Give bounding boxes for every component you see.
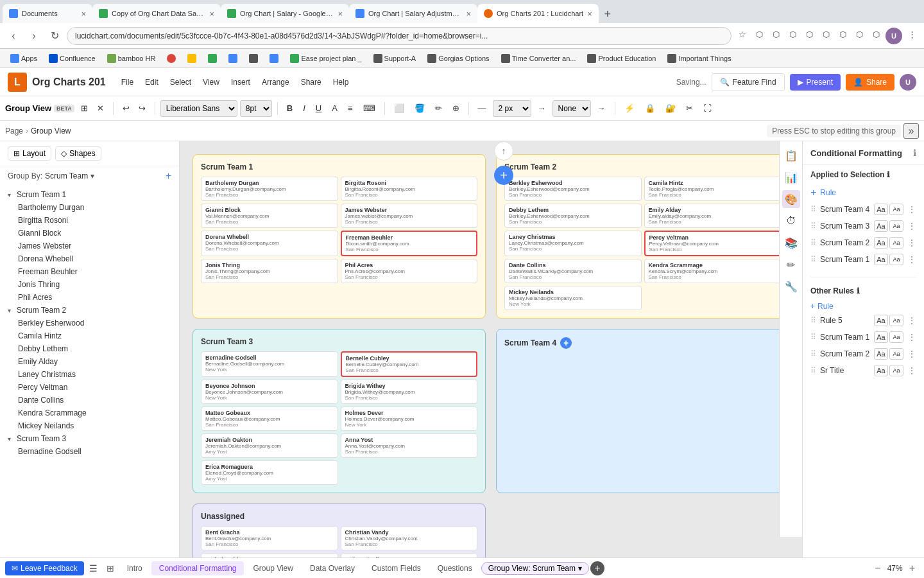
bottom-tab-intro[interactable]: Intro (119, 561, 150, 575)
rule-drag-handle[interactable]: ⠿ (810, 366, 816, 375)
menu-edit[interactable]: Edit (140, 75, 164, 89)
rule-drag-handle[interactable]: ⠿ (810, 238, 816, 247)
rule-aa-box-large[interactable]: Aa (874, 331, 888, 343)
bookmark-bamboohr[interactable]: bamboo HR (102, 53, 161, 64)
bookmark-time[interactable]: Time Converter an... (496, 53, 581, 64)
person-card-debby[interactable]: Debby Lethem Berkley.Esherwood@company.c… (504, 204, 642, 228)
rule-drag-handle[interactable]: ⠿ (810, 255, 816, 264)
person-card-jonis[interactable]: Jonis Thring Jonis.Thring@company.com Sa… (201, 259, 338, 283)
tab-orgchart-data[interactable]: Copy of Org Chart Data Samp... × (92, 4, 221, 23)
menu-file[interactable]: File (116, 75, 139, 89)
sidebar-member-dante[interactable]: Dante Collins (0, 394, 179, 407)
menu-help[interactable]: Help (328, 75, 354, 89)
person-card-percy[interactable]: Percy Veltman Percy.Veltman@company.com … (644, 231, 782, 256)
add-applied-rule-btn[interactable]: + (810, 187, 816, 198)
bottom-tab-dataoverlay[interactable]: Data Overlay (302, 561, 363, 575)
person-card-phil[interactable]: Phil Acres Phil.Acres@company.com San Fr… (341, 259, 478, 283)
person-card-bernelle[interactable]: Bernelle Cubley Bernelle.Cubley@company.… (341, 351, 478, 377)
add-rule-label[interactable]: Rule (820, 188, 836, 197)
rule-aa-box-large[interactable]: Aa (874, 237, 888, 249)
fullscreen-button[interactable]: ⛶ (699, 100, 715, 117)
rule-aa-box-large[interactable]: Aa (874, 315, 888, 326)
sidebar-member-phil[interactable]: Phil Acres (0, 291, 179, 304)
person-card-brigida[interactable]: Brigida Withey Brigida.Withey@company.co… (341, 380, 478, 404)
rule-aa-box-small[interactable]: Aa (889, 315, 903, 326)
scroll-up-button[interactable]: ↑ (494, 141, 513, 161)
rule-drag-handle[interactable]: ⠿ (810, 333, 816, 342)
person-card-kendra[interactable]: Kendra Scrammage Kendra.Scrym@company.co… (644, 259, 782, 283)
bookmark-b8[interactable] (264, 53, 284, 64)
rule-more-icon[interactable]: ⋮ (907, 349, 916, 359)
tab-orgcharts201[interactable]: Org Charts 201 : Lucidchart × (477, 4, 599, 23)
other-rules-info-icon[interactable]: ℹ (857, 286, 860, 295)
breadcrumb-group-view[interactable]: Group View (31, 127, 71, 136)
person-card-dorena[interactable]: Dorena Whebell Dorena.Whebell@company.co… (201, 231, 338, 256)
person-card-emily[interactable]: Emily Alday Emily.alday@company.com San … (644, 204, 782, 228)
rule-aa-box-large[interactable]: Aa (874, 204, 888, 215)
bookmark-gmail[interactable] (162, 53, 181, 64)
crop-button[interactable]: ✂ (682, 100, 697, 117)
sidebar-member-bernadine[interactable]: Bernadine Godsell (0, 445, 179, 458)
zoom-in-button[interactable]: + (905, 561, 919, 575)
address-bar[interactable] (67, 27, 732, 45)
line-style-button[interactable]: — (474, 100, 490, 117)
text-align-button[interactable]: ⌨ (359, 100, 379, 117)
rule-drag-handle[interactable]: ⠿ (810, 316, 816, 325)
arrow-style-button[interactable]: → (534, 100, 550, 117)
bold-button[interactable]: B (283, 100, 296, 117)
bookmark-product[interactable]: Product Education (582, 53, 661, 64)
right-panel-info-icon[interactable]: ℹ (913, 148, 916, 158)
person-card-camila[interactable]: Camila Hintz Tedlo.Progla@company.com Sa… (644, 177, 782, 201)
sidebar-item-team3[interactable]: ▾ Scrum Team 3 (0, 432, 179, 445)
extension-icon1[interactable]: ⬡ (752, 28, 766, 42)
sidebar-member-bartholemy[interactable]: Bartholemy Durgan (0, 201, 179, 214)
view-grid-button[interactable]: ⊞ (77, 100, 92, 117)
sidebar-member-berkley[interactable]: Berkley Esherwood (0, 317, 179, 329)
bookmark-b5[interactable] (203, 53, 222, 64)
bookmark-confluence[interactable]: Confluence (44, 53, 101, 64)
bookmark-star-icon[interactable]: ☆ (735, 28, 749, 42)
undo-button[interactable]: ↩ (119, 100, 133, 117)
person-card-beyonce[interactable]: Beyonce Johnson Beyonce.Johnson@company.… (201, 380, 338, 404)
collapse-panel-button[interactable]: » (903, 123, 919, 139)
rule-aa-box-small[interactable]: Aa (889, 220, 903, 232)
align-button[interactable]: ≡ (344, 100, 357, 117)
panel-icon-6[interactable]: 🔧 (782, 277, 800, 295)
panel-icon-conditional[interactable]: 🎨 (782, 190, 800, 208)
rule-drag-handle[interactable]: ⠿ (810, 222, 816, 231)
profile-avatar[interactable]: U (886, 28, 902, 44)
tab-close[interactable]: × (338, 9, 343, 19)
sidebar-member-kendra[interactable]: Kendra Scrammage (0, 407, 179, 419)
rule-aa-box-small[interactable]: Aa (889, 365, 903, 376)
more-options-button[interactable]: ⊕ (449, 100, 463, 117)
extension-icon6[interactable]: ⬡ (835, 28, 850, 42)
rule-aa-box-small[interactable]: Aa (889, 237, 903, 249)
rule-aa-box-large[interactable]: Aa (874, 348, 888, 360)
bottom-tab-questions[interactable]: Questions (430, 561, 480, 575)
person-card-irwin[interactable]: Irwin Spinello Irwin.Spinello@company.co… (341, 553, 478, 557)
person-card-birgitta[interactable]: Birgitta Rosoni Birgitta.Rosoni@company.… (341, 177, 478, 201)
extension-icon7[interactable]: ⬡ (852, 28, 866, 42)
person-card-christian[interactable]: Christian Vandy Christian.Vandy@company.… (341, 526, 478, 550)
font-select[interactable]: Liberation Sans (160, 100, 237, 117)
menu-dots-icon[interactable]: ⋮ (905, 28, 919, 42)
leave-feedback-button[interactable]: ✉ Leave Feedback (5, 561, 84, 575)
rule-aa-box-small[interactable]: Aa (889, 204, 903, 215)
person-card-berkley[interactable]: Berkley Esherwood Berkley.Esherwood@comp… (504, 177, 642, 201)
canvas-area[interactable]: ↑ + Scrum Team 1 Bartholemy Durgan Barth… (180, 141, 802, 557)
menu-share[interactable]: Share (296, 75, 327, 89)
forward-button[interactable]: › (26, 28, 42, 44)
person-card-dante[interactable]: Dante Collins DanteWallis.MCarkly@compan… (504, 259, 642, 283)
rule-aa-box-large[interactable]: Aa (874, 220, 888, 232)
rule-more-icon[interactable]: ⋮ (907, 204, 916, 215)
menu-view[interactable]: View (198, 75, 225, 89)
sidebar-member-james[interactable]: James Webster (0, 240, 179, 252)
bookmark-b4[interactable] (182, 53, 201, 64)
tab-documents[interactable]: Documents × (3, 4, 92, 23)
lock2-button[interactable]: 🔐 (662, 100, 680, 117)
panel-icon-1[interactable]: 📋 (782, 146, 800, 164)
rule-aa-box-large[interactable]: Aa (874, 254, 888, 265)
sidebar-member-mickey[interactable]: Mickey Neilands (0, 419, 179, 432)
bottom-tab-customfields[interactable]: Custom Fields (364, 561, 429, 575)
extension-icon8[interactable]: ⬡ (869, 28, 883, 42)
